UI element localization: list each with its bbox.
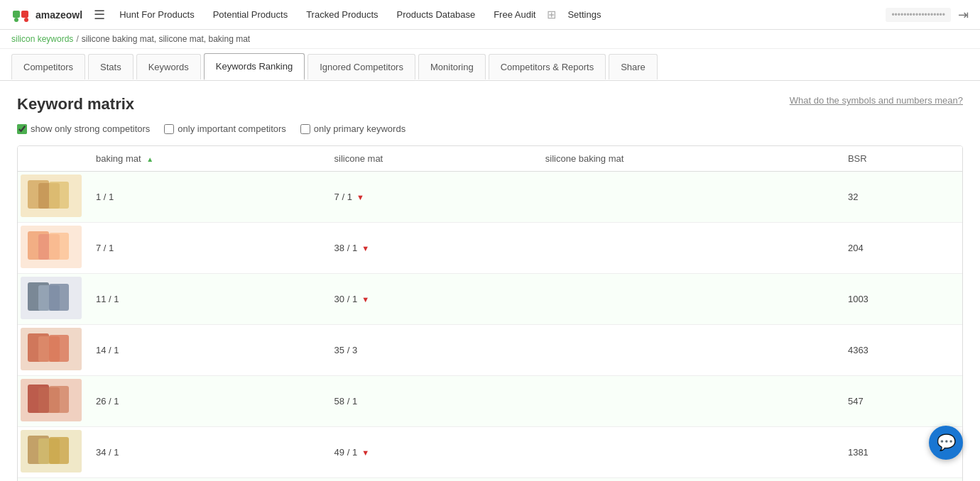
nav-tracked-products[interactable]: Tracked Products: [299, 6, 385, 23]
tab-monitoring[interactable]: Monitoring: [418, 54, 486, 79]
breadcrumb-separator: /: [76, 34, 78, 44]
help-link[interactable]: What do the symbols and numbers mean?: [790, 95, 963, 106]
col-header-bsr[interactable]: BSR: [838, 146, 962, 172]
silicone-mat-cell: 30 / 1▼: [325, 274, 535, 325]
filter-strong-competitors-checkbox[interactable]: [17, 124, 27, 134]
col-header-silicone-baking-mat[interactable]: silicone baking mat: [535, 146, 838, 172]
svg-rect-7: [49, 182, 69, 209]
silicone-baking-mat-cell: [535, 376, 838, 427]
table-row: 11 / 130 / 1▼1003: [18, 274, 962, 325]
filter-primary-keywords[interactable]: only primary keywords: [300, 123, 405, 134]
silicone-mat-cell: 24 / 3: [325, 478, 535, 482]
trend-down-icon: ▼: [356, 193, 364, 201]
top-navigation: amazeowl ☰ Hunt For Products Potential P…: [0, 0, 980, 30]
tab-competitors-reports[interactable]: Competitors & Reports: [489, 54, 606, 79]
baking-mat-cell: 39 / 1: [86, 478, 325, 482]
product-thumbnail: [21, 175, 82, 217]
nav-free-audit[interactable]: Free Audit: [486, 6, 543, 23]
bsr-cell: 1464: [838, 478, 962, 482]
silicone-baking-mat-cell: [535, 172, 838, 223]
silicone-mat-cell: 49 / 1▼: [325, 427, 535, 478]
grid-icon: ⊞: [547, 8, 556, 21]
baking-mat-cell: 7 / 1: [86, 223, 325, 274]
tab-keywords-ranking[interactable]: Keywords Ranking: [204, 53, 305, 80]
product-image-cell[interactable]: [18, 325, 86, 376]
tab-competitors[interactable]: Competitors: [11, 54, 85, 79]
svg-rect-0: [13, 11, 20, 18]
svg-rect-15: [49, 284, 69, 311]
col-label-baking-mat: baking mat: [96, 153, 141, 164]
tab-stats[interactable]: Stats: [88, 54, 134, 79]
silicone-baking-mat-cell: [535, 274, 838, 325]
chat-button[interactable]: 💬: [929, 426, 963, 460]
nav-right-area: •••••••••••••••••• ⇥: [886, 7, 969, 23]
svg-rect-19: [49, 335, 69, 362]
exit-icon[interactable]: ⇥: [958, 7, 969, 23]
user-email: ••••••••••••••••••: [886, 8, 951, 22]
breadcrumb: silicon keywords / silicone baking mat, …: [0, 30, 980, 49]
product-thumbnail: [21, 328, 82, 370]
nav-hunt-for-products[interactable]: Hunt For Products: [112, 6, 202, 23]
nav-settings[interactable]: Settings: [560, 6, 608, 23]
product-thumbnail: [21, 226, 82, 268]
svg-point-2: [14, 18, 18, 22]
svg-point-3: [24, 18, 28, 22]
silicone-mat-cell: 38 / 1▼: [325, 223, 535, 274]
product-thumbnail: [21, 430, 82, 472]
baking-mat-cell: 1 / 1: [86, 172, 325, 223]
filter-strong-competitors-label: show only strong competitors: [31, 123, 150, 134]
tab-ignored-competitors[interactable]: Ignored Competitors: [307, 54, 415, 79]
silicone-mat-cell: 58 / 1: [325, 376, 535, 427]
table-row: 7 / 138 / 1▼204: [18, 223, 962, 274]
bsr-cell: 204: [838, 223, 962, 274]
col-header-img: [18, 146, 86, 172]
product-thumbnail: [21, 277, 82, 319]
col-header-silicone-mat[interactable]: silicone mat: [325, 146, 535, 172]
logo-icon: [11, 5, 31, 25]
keyword-matrix-table: baking mat ▲ silicone mat silicone bakin…: [17, 145, 963, 481]
silicone-baking-mat-cell: [535, 427, 838, 478]
silicone-mat-cell: 35 / 3: [325, 325, 535, 376]
table-header-row: baking mat ▲ silicone mat silicone bakin…: [18, 146, 962, 172]
page-title: Keyword matrix: [17, 95, 134, 114]
baking-mat-cell: 11 / 1: [86, 274, 325, 325]
filter-primary-keywords-checkbox[interactable]: [300, 124, 310, 134]
product-image-cell[interactable]: [18, 376, 86, 427]
silicone-mat-cell: 7 / 1▼: [325, 172, 535, 223]
logo-text: amazeowl: [36, 9, 82, 21]
trend-down-icon: ▼: [361, 448, 369, 457]
table-row: 14 / 135 / 34363: [18, 325, 962, 376]
col-header-baking-mat[interactable]: baking mat ▲: [86, 146, 325, 172]
chat-icon: 💬: [937, 433, 956, 452]
filter-primary-keywords-label: only primary keywords: [314, 123, 405, 134]
product-image-cell[interactable]: [18, 427, 86, 478]
hamburger-icon[interactable]: ☰: [94, 7, 105, 23]
trend-down-icon: ▼: [361, 244, 369, 253]
tab-keywords[interactable]: Keywords: [136, 54, 201, 79]
filter-important-competitors-checkbox[interactable]: [164, 124, 174, 134]
product-image-cell[interactable]: [18, 223, 86, 274]
table-body: 1 / 17 / 1▼32 7 / 138 / 1▼204 11 / 130 /…: [18, 172, 962, 482]
filter-important-competitors[interactable]: only important competitors: [164, 123, 285, 134]
filter-strong-competitors[interactable]: show only strong competitors: [17, 123, 150, 134]
tab-share[interactable]: Share: [609, 54, 658, 79]
baking-mat-cell: 26 / 1: [86, 376, 325, 427]
product-thumbnail: [21, 379, 82, 421]
nav-potential-products[interactable]: Potential Products: [206, 6, 295, 23]
nav-products-database[interactable]: Products Database: [390, 6, 483, 23]
product-image-cell[interactable]: [18, 172, 86, 223]
col-label-silicone-baking-mat: silicone baking mat: [545, 153, 624, 164]
product-image-cell[interactable]: [18, 274, 86, 325]
svg-rect-11: [49, 233, 69, 260]
page-content: Keyword matrix What do the symbols and n…: [0, 81, 980, 481]
table-row: 26 / 158 / 1547: [18, 376, 962, 427]
bsr-cell: 4363: [838, 325, 962, 376]
svg-rect-27: [49, 437, 69, 464]
breadcrumb-link-silicon-keywords[interactable]: silicon keywords: [11, 34, 73, 44]
svg-rect-23: [49, 386, 69, 413]
data-table: baking mat ▲ silicone mat silicone bakin…: [18, 146, 962, 481]
col-label-bsr: BSR: [848, 153, 867, 164]
col-label-silicone-mat: silicone mat: [334, 153, 383, 164]
product-image-cell[interactable]: [18, 478, 86, 482]
baking-mat-cell: 34 / 1: [86, 427, 325, 478]
